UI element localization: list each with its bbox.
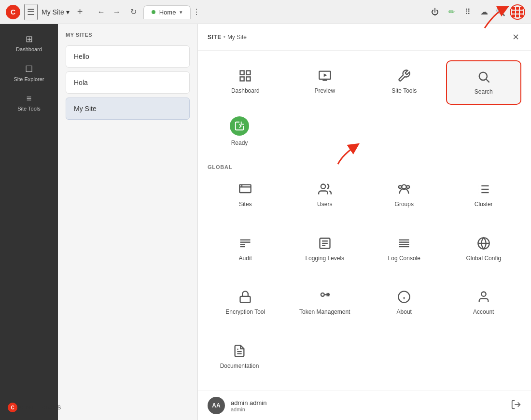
log-console-app-label: Log Console xyxy=(388,255,420,263)
app-item-dashboard[interactable]: Dashboard xyxy=(208,60,283,105)
svg-rect-1 xyxy=(247,71,251,75)
site-item-my-site[interactable]: My Site xyxy=(66,98,190,120)
cloud-button[interactable]: ☁ xyxy=(477,5,491,19)
tab-bar: Home ▾ ⋮ xyxy=(143,5,424,19)
sites-panel-title: MY SITES xyxy=(66,32,190,38)
users-icon xyxy=(317,182,333,197)
logging-levels-app-label: Logging Levels xyxy=(305,255,344,263)
site-tools-app-icon xyxy=(396,68,412,84)
main-area: ⊞ Dashboard ☐ Site Explorer ≡ Site Tools… xyxy=(0,24,531,420)
app-item-groups[interactable]: Groups xyxy=(366,174,442,216)
site-explorer-icon: ☐ xyxy=(25,64,33,74)
breadcrumb-site-label: SITE xyxy=(208,34,222,41)
edit-button[interactable]: ✏ xyxy=(444,5,459,19)
sidebar-item-dashboard[interactable]: ⊞ Dashboard xyxy=(0,28,58,58)
about-app-label: About xyxy=(397,308,412,316)
about-icon xyxy=(396,289,412,305)
breadcrumb-separator: • xyxy=(224,34,225,41)
svg-marker-7 xyxy=(323,73,327,77)
preview-app-label: Preview xyxy=(314,87,335,95)
svg-point-14 xyxy=(321,184,325,189)
svg-rect-2 xyxy=(240,77,244,81)
svg-point-16 xyxy=(399,186,402,189)
add-tab-button[interactable]: + xyxy=(73,5,87,19)
search-app-label: Search xyxy=(475,88,493,96)
site-item-hola[interactable]: Hola xyxy=(66,71,190,94)
token-management-app-label: Token Management xyxy=(299,308,350,316)
site-dropdown-icon: ▾ xyxy=(66,8,70,16)
groups-app-label: Groups xyxy=(395,201,414,209)
app-item-account[interactable]: Account xyxy=(446,281,522,324)
search-chrome-button[interactable]: 🔍 xyxy=(493,5,508,19)
site-item-hello[interactable]: Hello xyxy=(66,45,190,68)
app-item-token-management[interactable]: Token Management xyxy=(287,281,363,324)
cluster-app-label: Cluster xyxy=(475,201,493,209)
groups-icon xyxy=(396,182,412,197)
encryption-tool-app-label: Encryption Tool xyxy=(225,308,265,316)
app-drawer: SITE • My Site ✕ Dashboard xyxy=(198,24,531,420)
drawer-header: SITE • My Site ✕ xyxy=(198,24,531,51)
active-tab[interactable]: Home ▾ xyxy=(143,5,191,19)
global-config-icon xyxy=(476,236,491,251)
app-item-users[interactable]: Users xyxy=(287,174,363,216)
breadcrumb-site-value: My Site xyxy=(227,34,247,41)
apps-grid-button[interactable]: ⠿ xyxy=(461,5,475,19)
site-selector[interactable]: My Site ▾ xyxy=(42,8,70,16)
site-tools-app-label: Site Tools xyxy=(391,87,417,95)
app-item-about[interactable]: About xyxy=(366,281,442,324)
app-item-log-console[interactable]: Log Console xyxy=(366,228,442,270)
app-item-cluster[interactable]: Cluster xyxy=(446,174,522,216)
dashboard-app-label: Dashboard xyxy=(231,87,260,95)
sidebar-item-site-tools[interactable]: ≡ Site Tools xyxy=(0,88,58,117)
close-drawer-button[interactable]: ✕ xyxy=(510,30,521,44)
svg-rect-38 xyxy=(240,296,251,303)
documentation-icon xyxy=(232,343,247,359)
forward-button[interactable]: → xyxy=(110,6,124,18)
crafter-cms-logo: C CRAFTERCMS xyxy=(8,403,61,412)
global-apps-grid-3: Encryption Tool Token Management xyxy=(208,281,521,324)
tab-status-dot xyxy=(152,10,155,14)
hamburger-button[interactable]: ☰ xyxy=(24,4,38,20)
app-item-logging-levels[interactable]: Logging Levels xyxy=(287,228,363,270)
sidebar: ⊞ Dashboard ☐ Site Explorer ≡ Site Tools xyxy=(0,24,58,420)
site-hola-label: Hola xyxy=(74,79,88,86)
svg-rect-0 xyxy=(240,71,244,75)
app-item-preview[interactable]: Preview xyxy=(287,60,363,105)
drawer-content: Dashboard Preview xyxy=(198,51,531,391)
global-config-app-label: Global Config xyxy=(466,255,501,263)
app-item-site-tools[interactable]: Site Tools xyxy=(366,60,442,105)
ready-label: Ready xyxy=(231,140,248,147)
sidebar-site-explorer-label: Site Explorer xyxy=(14,76,44,82)
app-item-ready[interactable]: Ready xyxy=(215,109,264,155)
svg-rect-3 xyxy=(247,77,251,81)
app-item-sites[interactable]: Sites xyxy=(208,174,283,216)
sidebar-item-site-explorer[interactable]: ☐ Site Explorer xyxy=(0,58,58,88)
search-app-icon xyxy=(476,69,491,84)
documentation-app-label: Documentation xyxy=(220,363,259,370)
logout-button[interactable] xyxy=(511,399,521,412)
app-item-documentation[interactable]: Documentation xyxy=(215,336,264,378)
app-launcher-button[interactable] xyxy=(510,4,525,20)
power-button[interactable]: ⏻ xyxy=(428,5,442,19)
site-name-label: My Site xyxy=(42,8,64,16)
user-name: admin admin xyxy=(231,399,266,406)
sites-icon xyxy=(238,182,253,197)
site-apps-grid: Dashboard Preview xyxy=(208,60,521,105)
app-item-global-config[interactable]: Global Config xyxy=(446,228,522,270)
global-section-label: GLOBAL xyxy=(208,164,521,170)
sites-panel: MY SITES Hello Hola My Site C CRAFTERCMS… xyxy=(58,24,198,420)
back-button[interactable]: ← xyxy=(95,6,108,18)
tab-dropdown-arrow[interactable]: ▾ xyxy=(180,9,182,15)
crafter-logo: C xyxy=(6,5,20,19)
app-item-audit[interactable]: Audit xyxy=(208,228,283,270)
grid-icon xyxy=(512,7,523,17)
audit-icon xyxy=(238,236,253,251)
crafter-logo-small: C xyxy=(8,403,17,412)
tab-more-button[interactable]: ⋮ xyxy=(191,5,202,18)
ready-icon xyxy=(230,116,249,136)
global-apps-grid-1: Sites Users xyxy=(208,174,521,216)
app-item-encryption-tool[interactable]: Encryption Tool xyxy=(208,281,283,324)
app-item-search[interactable]: Search xyxy=(446,60,522,105)
global-apps-grid-2: Audit Logging Levels xyxy=(208,228,521,270)
refresh-button[interactable]: ↻ xyxy=(127,5,140,18)
